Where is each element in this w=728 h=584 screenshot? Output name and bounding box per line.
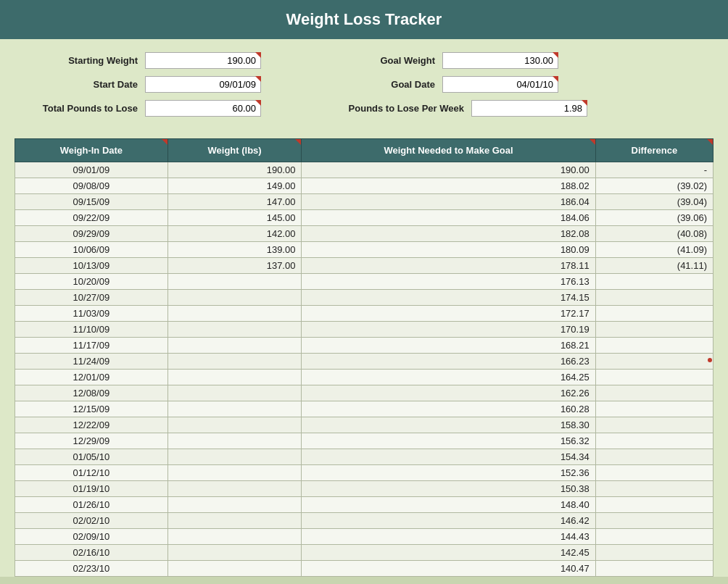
cell-date: 02/23/10 [15, 561, 168, 577]
cell-diff [595, 322, 713, 338]
cell-diff [595, 449, 713, 465]
pounds-per-week-group: Pounds to Lose Per Week [319, 100, 587, 117]
start-date-label: Start Date [22, 79, 138, 90]
cell-date: 10/20/09 [15, 274, 168, 290]
cell-weight [167, 481, 302, 497]
table-header-row: Weigh-In Date Weight (lbs) Weight Needed… [15, 139, 713, 162]
cell-date: 11/24/09 [15, 354, 168, 370]
table-row: 12/22/09158.30 [15, 417, 713, 433]
table-row: 09/29/09142.00182.08(40.08) [15, 226, 713, 242]
starting-weight-row: Starting Weight Goal Weight [22, 52, 706, 69]
cell-needed: 168.21 [302, 338, 595, 354]
cell-needed: 184.06 [302, 210, 595, 226]
table-row: 09/15/09147.00186.04(39.04) [15, 194, 713, 210]
cell-needed: 144.43 [302, 529, 595, 545]
cell-weight [167, 274, 302, 290]
cell-date: 09/22/09 [15, 210, 168, 226]
cell-needed: 190.00 [302, 162, 595, 178]
start-date-input[interactable] [145, 76, 261, 93]
cell-needed: 186.04 [302, 194, 595, 210]
cell-date: 09/15/09 [15, 194, 168, 210]
cell-date: 01/19/10 [15, 481, 168, 497]
cell-needed: 188.02 [302, 178, 595, 194]
cell-needed: 162.26 [302, 385, 595, 401]
cell-weight [167, 290, 302, 306]
cell-weight [167, 449, 302, 465]
cell-weight [167, 465, 302, 481]
cell-date: 11/10/09 [15, 322, 168, 338]
scroll-indicator [708, 358, 712, 362]
cell-weight [167, 385, 302, 401]
cell-needed: 170.19 [302, 322, 595, 338]
cell-diff [595, 513, 713, 529]
cell-needed: 142.45 [302, 545, 595, 561]
cell-date: 09/29/09 [15, 226, 168, 242]
table-row: 12/08/09162.26 [15, 385, 713, 401]
cell-weight: 145.00 [167, 210, 302, 226]
starting-weight-input[interactable] [145, 52, 261, 69]
cell-weight [167, 545, 302, 561]
cell-date: 01/26/10 [15, 497, 168, 513]
cell-needed: 176.13 [302, 274, 595, 290]
starting-weight-wrapper [145, 52, 261, 69]
cell-weight [167, 417, 302, 433]
goal-date-group: Goal Date [319, 76, 558, 93]
cell-weight: 142.00 [167, 226, 302, 242]
table-row: 12/29/09156.32 [15, 433, 713, 449]
cell-diff [595, 401, 713, 417]
cell-diff [595, 290, 713, 306]
cell-needed: 148.40 [302, 497, 595, 513]
cell-needed: 158.30 [302, 417, 595, 433]
table-row: 09/08/09149.00188.02(39.02) [15, 178, 713, 194]
table-row: 10/13/09137.00178.11(41.11) [15, 258, 713, 274]
page-title: Weight Loss Tracker [0, 0, 728, 39]
cell-needed: 156.32 [302, 433, 595, 449]
total-pounds-input[interactable] [145, 100, 261, 117]
cell-date: 12/29/09 [15, 433, 168, 449]
cell-needed: 150.38 [302, 481, 595, 497]
cell-diff [595, 385, 713, 401]
goal-date-input[interactable] [442, 76, 558, 93]
pounds-per-week-label: Pounds to Lose Per Week [319, 103, 464, 114]
cell-date: 02/16/10 [15, 545, 168, 561]
cell-date: 02/02/10 [15, 513, 168, 529]
table-row: 01/05/10154.34 [15, 449, 713, 465]
table-row: 02/23/10140.47 [15, 561, 713, 577]
cell-weight: 190.00 [167, 162, 302, 178]
cell-date: 09/08/09 [15, 178, 168, 194]
form-section: Starting Weight Goal Weight Start Date G… [0, 39, 728, 131]
table-row: 10/06/09139.00180.09(41.09) [15, 242, 713, 258]
cell-date: 11/03/09 [15, 306, 168, 322]
cell-weight: 139.00 [167, 242, 302, 258]
total-pounds-row: Total Pounds to Lose Pounds to Lose Per … [22, 100, 706, 117]
cell-needed: 140.47 [302, 561, 595, 577]
col-diff-header: Difference [595, 139, 713, 162]
cell-diff: (39.04) [595, 194, 713, 210]
col-needed-header: Weight Needed to Make Goal [302, 139, 595, 162]
cell-date: 12/01/09 [15, 370, 168, 385]
cell-diff: (39.06) [595, 210, 713, 226]
cell-diff: (39.02) [595, 178, 713, 194]
cell-diff [595, 529, 713, 545]
cell-date: 12/22/09 [15, 417, 168, 433]
pounds-per-week-input[interactable] [471, 100, 587, 117]
cell-weight [167, 529, 302, 545]
table-row: 02/02/10146.42 [15, 513, 713, 529]
total-pounds-wrapper [145, 100, 261, 117]
cell-date: 09/01/09 [15, 162, 168, 178]
cell-needed: 152.36 [302, 465, 595, 481]
cell-date: 10/27/09 [15, 290, 168, 306]
cell-needed: 180.09 [302, 242, 595, 258]
data-table: Weigh-In Date Weight (lbs) Weight Needed… [15, 138, 713, 577]
cell-needed: 154.34 [302, 449, 595, 465]
goal-weight-input[interactable] [442, 52, 558, 69]
cell-diff [595, 338, 713, 354]
cell-diff [595, 306, 713, 322]
goal-date-label: Goal Date [319, 79, 435, 90]
cell-diff [595, 274, 713, 290]
table-row: 11/03/09172.17 [15, 306, 713, 322]
cell-weight [167, 306, 302, 322]
cell-diff: (40.08) [595, 226, 713, 242]
cell-diff [595, 370, 713, 385]
table-row: 09/01/09190.00190.00- [15, 162, 713, 178]
